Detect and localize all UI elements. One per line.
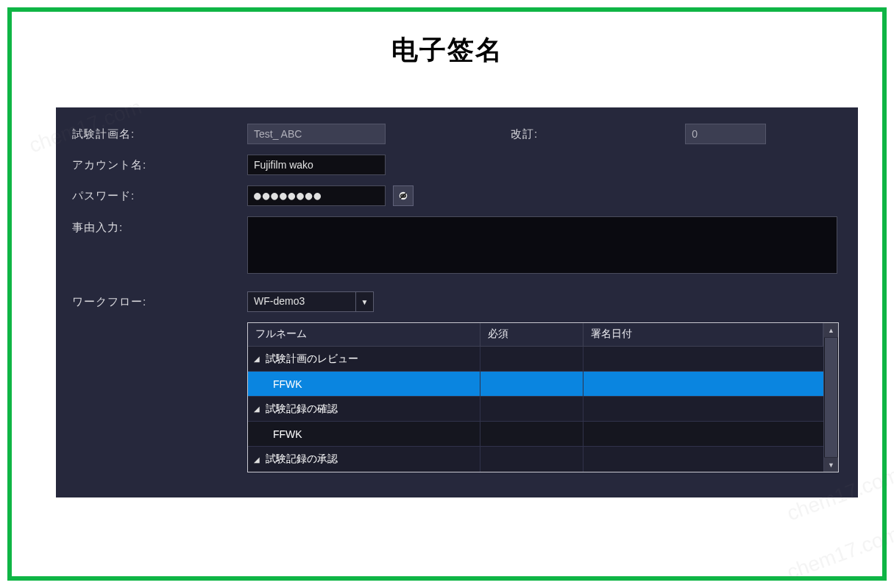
label-password: パスワード: [71, 189, 247, 203]
label-reason: 事由入力: [71, 216, 247, 235]
scroll-down-button[interactable]: ▼ [824, 457, 838, 472]
workflow-table: フルネーム 必須 署名日付 ◢ 試験計画のレビュー FFWK [247, 322, 839, 472]
accountname-input[interactable] [247, 155, 386, 175]
label-workflow: ワークフロー: [71, 295, 247, 309]
table-group-row[interactable]: ◢ 試験記録の承認 [248, 447, 823, 472]
row-password: パスワード: ●●●●●●●● [71, 185, 843, 206]
scroll-up-button[interactable]: ▲ [824, 323, 838, 338]
scroll-thumb[interactable] [825, 338, 837, 457]
expand-icon: ◢ [254, 405, 261, 413]
eye-slash-icon [397, 190, 409, 202]
table-group-row[interactable]: ◢ 試験計画のレビュー [248, 347, 823, 372]
group-label: 試験記録の承認 [266, 453, 338, 466]
row-name: FFWK [273, 428, 302, 440]
th-sigdate[interactable]: 署名日付 [583, 323, 823, 346]
scroll-track[interactable] [824, 338, 838, 457]
table-row[interactable]: FFWK [248, 422, 823, 447]
testplanname-field [247, 124, 386, 144]
workflow-selected: WF-demo3 [248, 292, 355, 311]
label-testplanname: 試験計画名: [71, 127, 247, 141]
th-fullname[interactable]: フルネーム [248, 323, 480, 346]
group-label: 試験記録の確認 [266, 403, 338, 416]
expand-icon: ◢ [254, 355, 261, 363]
group-label: 試験計画のレビュー [266, 353, 358, 366]
row-testplan: 試験計画名: 改訂: [71, 124, 843, 144]
expand-icon: ◢ [254, 456, 261, 464]
reason-textarea[interactable] [247, 216, 837, 274]
label-revision: 改訂: [511, 127, 538, 141]
toggle-password-visibility-button[interactable] [393, 185, 414, 206]
chevron-down-icon: ▼ [355, 292, 373, 311]
vertical-scrollbar[interactable]: ▲ ▼ [823, 323, 838, 472]
row-name: FFWK [273, 378, 302, 390]
table-row-selected[interactable]: FFWK [248, 372, 823, 397]
row-workflow: ワークフロー: WF-demo3 ▼ [71, 291, 843, 312]
row-account: アカウント名: [71, 155, 843, 175]
revision-field [685, 124, 766, 144]
th-required[interactable]: 必須 [480, 323, 583, 346]
workflow-dropdown[interactable]: WF-demo3 ▼ [247, 291, 374, 312]
table-group-row[interactable]: ◢ 試験記録の確認 [248, 397, 823, 422]
table-header: フルネーム 必須 署名日付 [248, 323, 823, 347]
label-accountname: アカウント名: [71, 158, 247, 172]
watermark: chem17.com [784, 523, 894, 585]
row-reason: 事由入力: [71, 216, 843, 274]
signature-form-panel: 試験計画名: 改訂: アカウント名: パスワード: ●●●●●●●● [56, 107, 858, 497]
page-title: 电子签名 [12, 12, 882, 83]
password-input[interactable]: ●●●●●●●● [247, 185, 386, 206]
